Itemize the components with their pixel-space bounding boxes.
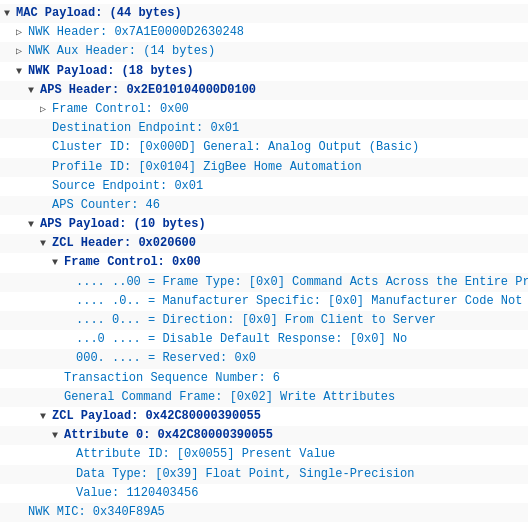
tree-row-label: Frame Control: 0x00 [64,253,201,272]
tree-toggle-icon[interactable]: ▼ [16,64,28,80]
tree-row-label: ZCL Header: 0x020600 [52,234,196,253]
tree-row-label: APS Header: 0x2E010104000D0100 [40,81,256,100]
tree-row: Attribute ID: [0x0055] Present Value [0,445,528,464]
tree-row-label: Attribute 0: 0x42C80000390055 [64,426,273,445]
tree-row: APS Counter: 46 [0,196,528,215]
tree-row: 000. .... = Reserved: 0x0 [0,349,528,368]
tree-row[interactable]: ▼Attribute 0: 0x42C80000390055 [0,426,528,445]
tree-row-label: Destination Endpoint: 0x01 [52,119,239,138]
tree-row: .... 0... = Direction: [0x0] From Client… [0,311,528,330]
tree-row-label: NWK MIC: 0x340F89A5 [28,503,165,522]
tree-row[interactable]: ▷NWK Header: 0x7A1E0000D2630248 [0,23,528,42]
tree-row-label: NWK Header: 0x7A1E0000D2630248 [28,23,244,42]
tree-row[interactable]: ▼ZCL Header: 0x020600 [0,234,528,253]
tree-row: Cluster ID: [0x000D] General: Analog Out… [0,138,528,157]
tree-toggle-icon[interactable]: ▼ [4,6,16,22]
tree-toggle-icon[interactable]: ▷ [16,25,28,41]
tree-row-label: .... 0... = Direction: [0x0] From Client… [76,311,436,330]
tree-toggle-icon[interactable]: ▼ [40,409,52,425]
tree-row[interactable]: ▷NWK Aux Header: (14 bytes) [0,42,528,61]
tree-row: Transaction Sequence Number: 6 [0,369,528,388]
tree-row-label: Frame Control: 0x00 [52,100,189,119]
tree-row[interactable]: ▼ZCL Payload: 0x42C80000390055 [0,407,528,426]
tree-row-label: Data Type: [0x39] Float Point, Single-Pr… [76,465,414,484]
tree-row: .... .0.. = Manufacturer Specific: [0x0]… [0,292,528,311]
tree-row[interactable]: ▷Frame Control: 0x00 [0,100,528,119]
tree-row: Destination Endpoint: 0x01 [0,119,528,138]
tree-row-label: APS Counter: 46 [52,196,160,215]
tree-row: Profile ID: [0x0104] ZigBee Home Automat… [0,158,528,177]
tree-row: ...0 .... = Disable Default Response: [0… [0,330,528,349]
tree-row-label: 000. .... = Reserved: 0x0 [76,349,256,368]
tree-row-label: .... ..00 = Frame Type: [0x0] Command Ac… [76,273,528,292]
tree-row-label: Attribute ID: [0x0055] Present Value [76,445,335,464]
tree-row-label: Profile ID: [0x0104] ZigBee Home Automat… [52,158,362,177]
packet-tree: ▼MAC Payload: (44 bytes)▷NWK Header: 0x7… [0,0,528,524]
tree-row-label: Transaction Sequence Number: 6 [64,369,280,388]
tree-row-label: ...0 .... = Disable Default Response: [0… [76,330,407,349]
tree-toggle-icon[interactable]: ▼ [40,236,52,252]
tree-row[interactable]: ▼Frame Control: 0x00 [0,253,528,272]
tree-row[interactable]: ▼NWK Payload: (18 bytes) [0,62,528,81]
tree-row-label: General Command Frame: [0x02] Write Attr… [64,388,395,407]
tree-row[interactable]: ▼APS Payload: (10 bytes) [0,215,528,234]
tree-row-label: .... .0.. = Manufacturer Specific: [0x0]… [76,292,522,311]
tree-row-label: Cluster ID: [0x000D] General: Analog Out… [52,138,419,157]
tree-toggle-icon[interactable]: ▼ [28,83,40,99]
tree-row: Value: 1120403456 [0,484,528,503]
tree-row-label: APS Payload: (10 bytes) [40,215,206,234]
tree-row: NWK MIC: 0x340F89A5 [0,503,528,522]
tree-toggle-icon[interactable]: ▼ [52,255,64,271]
tree-row-label: NWK Payload: (18 bytes) [28,62,194,81]
tree-row[interactable]: ▼APS Header: 0x2E010104000D0100 [0,81,528,100]
tree-row-label: MAC Payload: (44 bytes) [16,4,182,23]
tree-row-label: NWK Aux Header: (14 bytes) [28,42,215,61]
tree-toggle-icon[interactable]: ▷ [16,44,28,60]
tree-row-label: Value: 1120403456 [76,484,198,503]
tree-row-label: ZCL Payload: 0x42C80000390055 [52,407,261,426]
tree-row: Data Type: [0x39] Float Point, Single-Pr… [0,465,528,484]
tree-toggle-icon[interactable]: ▷ [40,102,52,118]
tree-toggle-icon[interactable]: ▼ [52,428,64,444]
tree-row: Source Endpoint: 0x01 [0,177,528,196]
tree-row: General Command Frame: [0x02] Write Attr… [0,388,528,407]
tree-row[interactable]: ▼MAC Payload: (44 bytes) [0,4,528,23]
tree-row-label: Source Endpoint: 0x01 [52,177,203,196]
tree-row: .... ..00 = Frame Type: [0x0] Command Ac… [0,273,528,292]
tree-toggle-icon[interactable]: ▼ [28,217,40,233]
